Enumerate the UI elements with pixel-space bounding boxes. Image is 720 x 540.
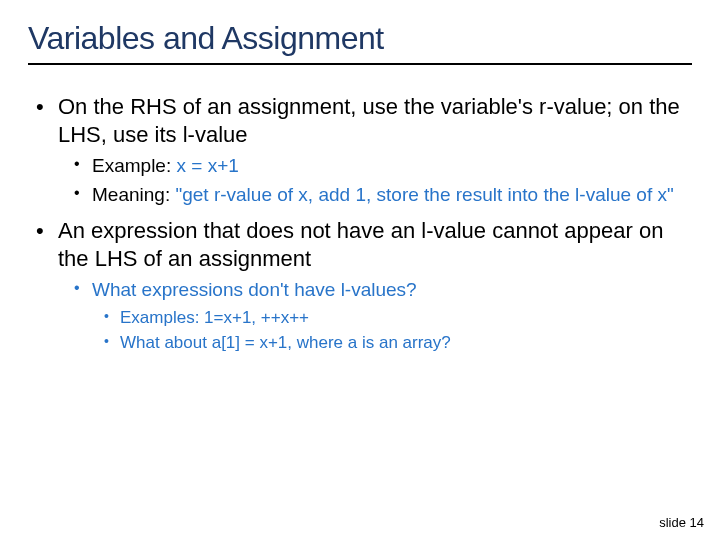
bullet-list: On the RHS of an assignment, use the var… [28, 93, 692, 355]
bullet-text: An expression that does not have an l-va… [58, 218, 663, 271]
list-item: What expressions don't have l-values? Ex… [70, 278, 692, 355]
label-text: What about [120, 333, 212, 352]
question-text: What expressions don't have l-values? [92, 279, 417, 300]
list-item: Meaning: "get r-value of x, add 1, store… [70, 183, 692, 208]
sublist: What expressions don't have l-values? Ex… [70, 278, 692, 355]
sublist: Examples: 1=x+1, ++x++ What about a[1] =… [100, 307, 692, 355]
list-item: An expression that does not have an l-va… [28, 217, 692, 355]
slide-title: Variables and Assignment [28, 20, 692, 65]
code-text: 1=x+1, ++x++ [204, 308, 309, 327]
list-item: On the RHS of an assignment, use the var… [28, 93, 692, 207]
list-item: Examples: 1=x+1, ++x++ [100, 307, 692, 330]
bullet-text: On the RHS of an assignment, use the var… [58, 94, 680, 147]
code-text: x = x+1 [176, 155, 238, 176]
quoted-text: "get r-value of x, add 1, store the resu… [175, 184, 673, 205]
label-text: Examples: [120, 308, 204, 327]
code-text: a[1] = x+1 [212, 333, 288, 352]
label-text: , where a is an array? [287, 333, 450, 352]
label-text: Example: [92, 155, 176, 176]
list-item: Example: x = x+1 [70, 154, 692, 179]
sublist: Example: x = x+1 Meaning: "get r-value o… [70, 154, 692, 207]
list-item: What about a[1] = x+1, where a is an arr… [100, 332, 692, 355]
slide-number: slide 14 [659, 515, 704, 530]
label-text: Meaning: [92, 184, 175, 205]
